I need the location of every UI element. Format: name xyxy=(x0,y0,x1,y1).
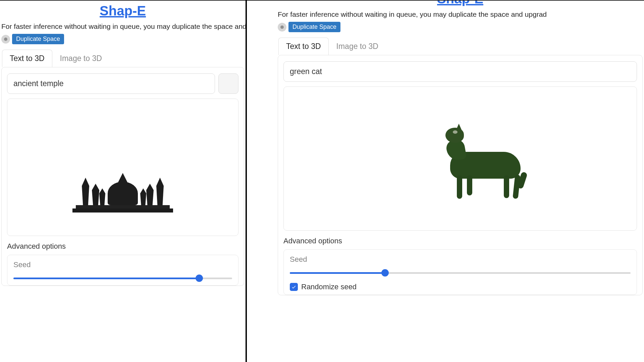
duplicate-space-button[interactable]: Duplicate Space xyxy=(288,22,340,32)
prompt-input[interactable] xyxy=(7,73,215,94)
model-viewer[interactable] xyxy=(283,86,637,231)
right-pane: Shap-E For faster inference without wait… xyxy=(247,0,644,362)
seed-label: Seed xyxy=(290,255,631,264)
duplicate-icon xyxy=(1,35,10,44)
advanced-options-title: Advanced options xyxy=(7,242,238,251)
randomize-seed-checkbox[interactable] xyxy=(290,283,298,291)
run-button[interactable] xyxy=(218,73,238,94)
tab-image-to-3d[interactable]: Image to 3D xyxy=(52,50,110,67)
app-title[interactable]: Shap-E xyxy=(0,3,246,18)
temple-render xyxy=(72,162,173,213)
tabs: Text to 3D Image to 3D xyxy=(278,38,644,55)
tab-text-to-3d[interactable]: Text to 3D xyxy=(2,50,52,67)
left-pane: Shap-E For faster inference without wait… xyxy=(0,0,246,362)
seed-slider[interactable] xyxy=(13,275,232,282)
advanced-options-title: Advanced options xyxy=(283,237,637,245)
advanced-options-panel: Seed Randomize seed xyxy=(283,249,637,295)
tab-text-to-3d[interactable]: Text to 3D xyxy=(278,38,329,55)
app-title[interactable]: Shap-E xyxy=(276,0,644,6)
randomize-seed-label: Randomize seed xyxy=(301,283,357,291)
duplicate-icon xyxy=(278,23,286,32)
cat-render xyxy=(437,122,537,209)
subtitle-text: For faster inference without waiting in … xyxy=(278,10,643,18)
prompt-input[interactable] xyxy=(283,61,637,82)
seed-label: Seed xyxy=(13,260,232,269)
duplicate-space-button[interactable]: Duplicate Space xyxy=(12,34,64,44)
seed-slider[interactable] xyxy=(290,269,631,277)
tabs: Text to 3D Image to 3D xyxy=(2,50,246,67)
main-panel: Advanced options Seed Randomize seed xyxy=(278,55,643,295)
main-panel: Advanced options Seed xyxy=(1,67,244,286)
tab-image-to-3d[interactable]: Image to 3D xyxy=(329,38,386,55)
model-viewer[interactable] xyxy=(7,99,238,236)
subtitle-text: For faster inference without waiting in … xyxy=(1,22,244,31)
advanced-options-panel: Seed xyxy=(7,255,238,286)
check-icon xyxy=(291,284,297,290)
